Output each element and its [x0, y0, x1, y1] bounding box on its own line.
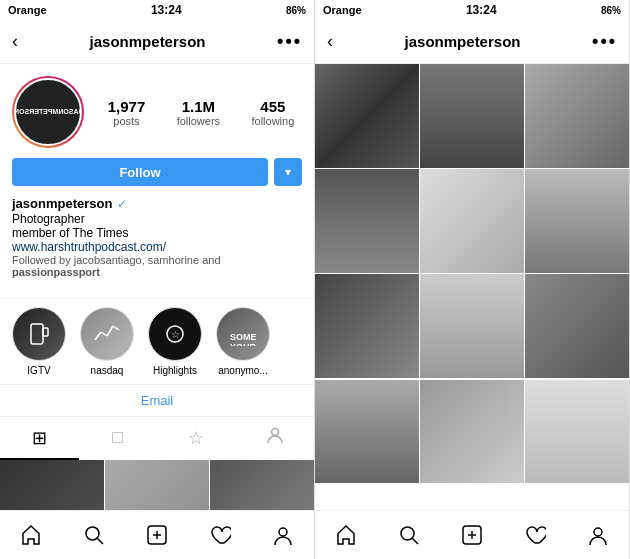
highlight-igtv[interactable]: IGTV: [12, 307, 66, 376]
nav-heart-left[interactable]: [188, 511, 251, 559]
svg-line-4: [107, 326, 113, 336]
stat-followers: 1.1M followers: [177, 98, 220, 127]
followers-label: followers: [177, 115, 220, 127]
carrier-right: Orange: [323, 4, 362, 16]
home-icon-left: [20, 524, 42, 546]
nav-add-right[interactable]: [441, 511, 504, 559]
tab-grid[interactable]: ⊞: [0, 417, 79, 460]
svg-text:SOME OF: SOME OF: [230, 332, 258, 342]
left-panel: Orange 13:24 86% ‹ jasonmpeterson ••• JA…: [0, 0, 315, 559]
svg-point-22: [594, 528, 602, 536]
add-icon-left: [146, 524, 168, 546]
bio-followed: Followed by jacobsantiago, samhorine and: [12, 254, 302, 266]
nasdaq-icon: [89, 316, 125, 352]
nav-add-left[interactable]: [126, 511, 189, 559]
bio-title: Photographer: [12, 212, 302, 226]
grid-photo-6[interactable]: [525, 169, 629, 273]
igtv-icon: [25, 320, 53, 348]
tab-tagged[interactable]: ☆: [157, 417, 236, 460]
tab-profile[interactable]: [236, 417, 315, 460]
svg-text:YOUR: YOUR: [230, 342, 257, 346]
svg-rect-0: [31, 324, 43, 344]
highlights-icon: ☆: [161, 320, 189, 348]
header-right: ‹ jasonmpeterson •••: [315, 20, 629, 64]
follow-dropdown-button[interactable]: ▾: [274, 158, 302, 186]
highlight-circle-igtv: [12, 307, 66, 361]
nav-heart-right[interactable]: [503, 511, 566, 559]
person-tab-icon: [266, 426, 284, 444]
tab-bar: ⊞ □ ☆: [0, 416, 314, 460]
profile-section: JASONMPETERSON 1,977 posts 1.1M follower…: [0, 64, 314, 298]
grid-photo-2[interactable]: [420, 64, 524, 168]
bio-name-line: jasonmpeterson ✓: [12, 194, 302, 212]
person-icon: [266, 426, 284, 449]
highlights-row: IGTV nasdaq: [12, 307, 302, 376]
highlight-highlights[interactable]: ☆ Highlights: [148, 307, 202, 376]
email-link[interactable]: Email: [0, 385, 314, 416]
highlight-anon[interactable]: SOME OF YOUR anonymo...: [216, 307, 270, 376]
back-icon-left[interactable]: ‹: [12, 31, 18, 52]
grid-photo-12[interactable]: [525, 380, 629, 484]
bottom-thumbnail-row: [0, 460, 314, 510]
grid-photo-4[interactable]: [315, 169, 419, 273]
grid-photo-1[interactable]: [315, 64, 419, 168]
time-left: 13:24: [151, 3, 182, 17]
photo-grid-section: [315, 64, 629, 510]
follow-button[interactable]: Follow: [12, 158, 268, 186]
username-header-left: jasonmpeterson: [90, 33, 206, 50]
highlight-label-highlights: Highlights: [153, 365, 197, 376]
avatar-text: JASONMPETERSON: [14, 108, 82, 116]
grid-photo-8[interactable]: [420, 274, 524, 378]
stat-posts: 1,977 posts: [108, 98, 146, 127]
posts-count: 1,977: [108, 98, 146, 115]
follow-row: Follow ▾: [12, 158, 302, 186]
right-panel: Orange 13:24 86% ‹ jasonmpeterson •••: [315, 0, 630, 559]
back-icon-right[interactable]: ‹: [327, 31, 333, 52]
svg-line-12: [98, 539, 104, 545]
more-icon-left[interactable]: •••: [277, 31, 302, 52]
highlight-nasdaq[interactable]: nasdaq: [80, 307, 134, 376]
tag-icon: ☆: [188, 427, 204, 449]
highlights-section: IGTV nasdaq: [0, 298, 314, 385]
heart-icon-left: [209, 524, 231, 546]
following-label: following: [251, 115, 294, 127]
bio-section: jasonmpeterson ✓ Photographer member of …: [12, 194, 302, 278]
svg-line-18: [413, 539, 419, 545]
search-icon-right: [398, 524, 420, 546]
grid-photo-10[interactable]: [315, 380, 419, 484]
battery-icons-left: 86%: [286, 5, 306, 16]
verified-icon: ✓: [117, 197, 127, 211]
highlight-circle-nasdaq: [80, 307, 134, 361]
following-count: 455: [260, 98, 285, 115]
nav-profile-right[interactable]: [566, 511, 629, 559]
status-bar-right: Orange 13:24 86%: [315, 0, 629, 20]
battery-left: 86%: [286, 5, 306, 16]
grid-photo-5[interactable]: [420, 169, 524, 273]
svg-line-3: [101, 332, 107, 336]
anon-icon: SOME OF YOUR: [228, 322, 258, 346]
more-icon-right[interactable]: •••: [592, 31, 617, 52]
search-icon-left: [83, 524, 105, 546]
svg-point-10: [271, 429, 278, 436]
tab-list[interactable]: □: [79, 417, 158, 460]
avatar-wrapper: JASONMPETERSON: [12, 76, 84, 148]
time-right: 13:24: [466, 3, 497, 17]
nav-search-left[interactable]: [63, 511, 126, 559]
nav-profile-left[interactable]: [251, 511, 314, 559]
bio-link[interactable]: www.harshtruthpodcast.com/: [12, 240, 302, 254]
grid-icon: ⊞: [32, 427, 47, 449]
nav-home-right[interactable]: [315, 511, 378, 559]
bio-org: member of The Times: [12, 226, 302, 240]
photo-grid: [315, 64, 629, 483]
nav-search-right[interactable]: [378, 511, 441, 559]
profile-nav-icon-left: [272, 524, 294, 546]
grid-photo-3[interactable]: [525, 64, 629, 168]
grid-photo-7[interactable]: [315, 274, 419, 378]
nav-home-left[interactable]: [0, 511, 63, 559]
followers-count: 1.1M: [182, 98, 215, 115]
grid-photo-9[interactable]: [525, 274, 629, 378]
grid-photo-11[interactable]: [420, 380, 524, 484]
highlight-circle-highlights: ☆: [148, 307, 202, 361]
home-icon-right: [335, 524, 357, 546]
svg-rect-1: [43, 328, 48, 336]
